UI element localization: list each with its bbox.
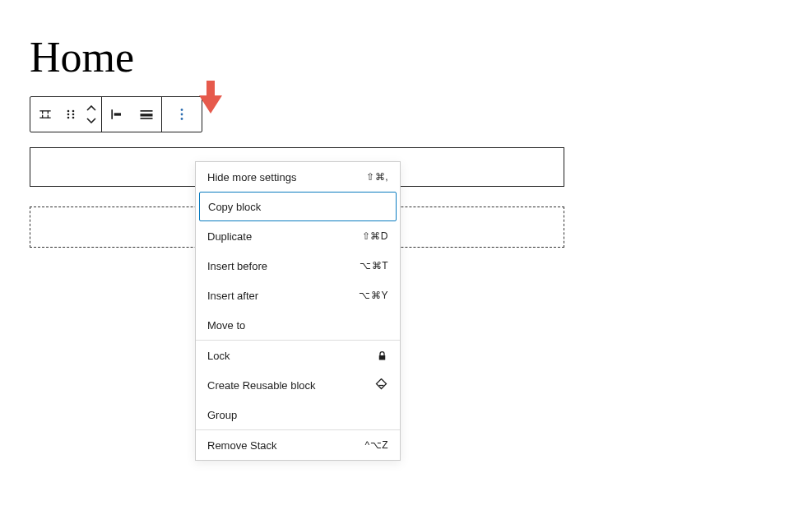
menu-item-shortcut: ⌥⌘Y: [359, 290, 388, 301]
menu-item-label: Create Reusable block: [207, 379, 316, 392]
align-button[interactable]: [102, 96, 132, 132]
lock-icon: [376, 350, 388, 362]
svg-point-0: [67, 110, 70, 113]
align-left-icon: [109, 106, 125, 123]
block-mover: [81, 96, 101, 132]
menu-item-lock[interactable]: Lock: [196, 341, 400, 370]
menu-item-label: Insert before: [207, 260, 267, 272]
toolbar-group-block: [30, 97, 101, 132]
toolbar-group-more: [161, 97, 202, 132]
svg-point-4: [67, 117, 70, 119]
svg-rect-10: [141, 118, 153, 119]
menu-item-label: Copy block: [208, 201, 261, 213]
svg-point-11: [181, 109, 183, 111]
drag-handle-button[interactable]: [60, 96, 81, 132]
menu-item-label: Lock: [207, 350, 230, 362]
svg-point-12: [181, 114, 183, 116]
menu-item-insert-after[interactable]: Insert after ⌥⌘Y: [196, 281, 400, 310]
svg-point-3: [72, 114, 75, 116]
svg-rect-15: [376, 378, 386, 388]
menu-item-create-reusable-block[interactable]: Create Reusable block: [196, 370, 400, 400]
svg-point-13: [181, 118, 183, 120]
menu-item-shortcut: ⇧⌘D: [362, 230, 388, 242]
annotation-arrow-icon: [199, 81, 222, 117]
toolbar-group-align: [101, 97, 161, 132]
more-vertical-icon: [174, 107, 189, 122]
move-up-button[interactable]: [86, 105, 96, 112]
move-down-button[interactable]: [86, 117, 96, 123]
menu-section-edit: Hide more settings ⇧⌘, Copy block Duplic…: [196, 162, 400, 340]
svg-rect-8: [141, 110, 153, 112]
svg-rect-6: [111, 109, 113, 119]
block-type-button[interactable]: [30, 96, 60, 132]
menu-item-label: Insert after: [207, 290, 258, 302]
menu-item-shortcut: ⇧⌘,: [366, 171, 388, 183]
menu-item-label: Move to: [207, 319, 245, 332]
block-toolbar: [30, 96, 202, 132]
stack-icon: [37, 106, 53, 123]
menu-item-group[interactable]: Group: [196, 400, 400, 429]
menu-section-remove: Remove Stack ^⌥Z: [196, 429, 400, 460]
menu-item-copy-block[interactable]: Copy block: [199, 192, 397, 221]
svg-point-5: [72, 117, 75, 119]
menu-item-insert-before[interactable]: Insert before ⌥⌘T: [196, 251, 400, 281]
menu-item-label: Group: [207, 409, 237, 421]
menu-item-shortcut: ⌥⌘T: [360, 260, 388, 271]
justify-button[interactable]: [132, 96, 161, 132]
svg-rect-7: [114, 113, 121, 115]
menu-item-label: Hide more settings: [207, 171, 296, 183]
menu-item-hide-more-settings[interactable]: Hide more settings ⇧⌘,: [196, 162, 400, 192]
svg-point-2: [67, 114, 70, 116]
menu-section-structure: Lock Create Reusable block: [196, 340, 400, 429]
svg-rect-14: [379, 355, 386, 360]
page-title: Home: [30, 33, 782, 81]
more-options-button[interactable]: [162, 96, 202, 132]
menu-item-shortcut: ^⌥Z: [365, 439, 388, 451]
menu-item-move-to[interactable]: Move to: [196, 310, 400, 340]
menu-item-label: Duplicate: [207, 230, 252, 243]
svg-point-1: [72, 110, 75, 113]
block-options-dropdown: Hide more settings ⇧⌘, Copy block Duplic…: [195, 161, 401, 461]
svg-rect-9: [141, 114, 153, 116]
menu-item-label: Remove Stack: [207, 439, 277, 452]
reusable-icon: [374, 378, 388, 392]
drag-icon: [65, 109, 77, 120]
align-full-icon: [138, 106, 155, 123]
menu-item-remove-stack[interactable]: Remove Stack ^⌥Z: [196, 430, 400, 460]
menu-item-duplicate[interactable]: Duplicate ⇧⌘D: [196, 221, 400, 251]
